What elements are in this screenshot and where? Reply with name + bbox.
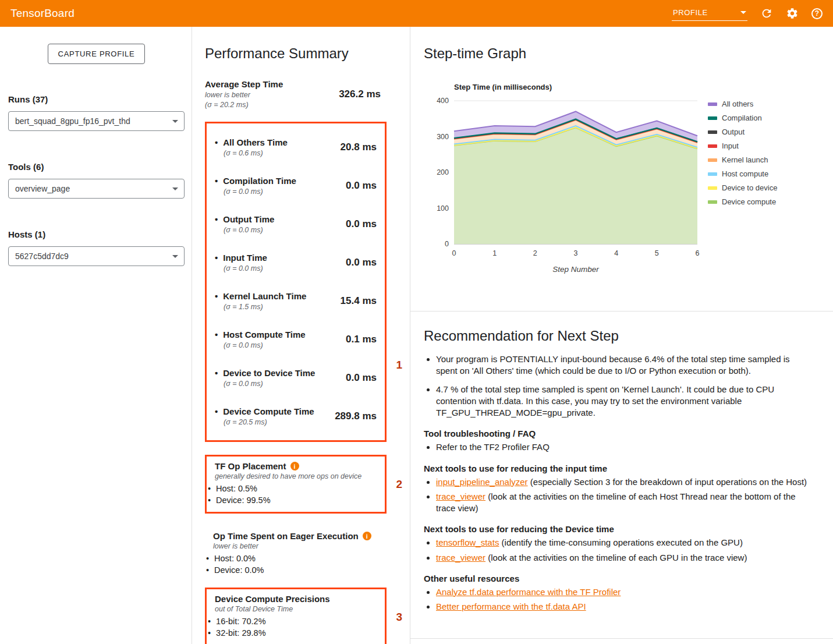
section-heading: Other useful resources <box>424 574 807 583</box>
section-list: input_pipeline_analyzer (especially Sect… <box>424 476 807 515</box>
annotation-box-1-wrap: All Others Time (σ = 0.6 ms) 20.8 ms Com… <box>205 122 387 442</box>
dashboard-select-value: PROFILE <box>673 8 708 17</box>
metric-text: Device Compute Time (σ = 20.5 ms) <box>215 406 314 426</box>
resource-link[interactable]: Better performance with the tf.data API <box>436 601 586 611</box>
metric-text: Kernel Launch Time (σ = 1.5 ms) <box>215 291 306 311</box>
metric-value: 326.2 ms <box>339 89 381 100</box>
list-item: input_pipeline_analyzer (especially Sect… <box>436 476 807 488</box>
main-content: CAPTURE PROFILE Runs (37) bert_squad_8gp… <box>0 27 833 644</box>
list-item-text: Refer to the TF2 Profiler FAQ <box>436 442 550 452</box>
tools-select-value: overview_page <box>15 184 70 193</box>
section-list: Refer to the TF2 Profiler FAQ <box>424 441 807 453</box>
annotation-number-1: 1 <box>396 359 402 371</box>
metric-label: Compilation Time <box>215 176 296 186</box>
metric-label: Device Compute Time <box>215 406 314 416</box>
eager-execution-note: lower is better <box>213 542 378 550</box>
runs-field: Runs (37) bert_squad_8gpu_fp16_pvt_thd <box>8 94 185 131</box>
list-item: Better performance with the tf.data API <box>436 601 807 613</box>
tools-label: Tools (6) <box>8 162 185 172</box>
step-time-chart: 01002003004000123456Step Number <box>428 94 708 280</box>
hosts-field: Hosts (1) 5627c5dd7dc9 <box>8 229 185 266</box>
tf-op-placement-note: generally desired to have more ops on de… <box>215 472 377 480</box>
legend-item: Device compute <box>708 197 777 206</box>
metric-sigma: (σ = 0.0 ms) <box>224 187 296 196</box>
legend-label: Output <box>722 128 745 136</box>
recommendation-bullets: Your program is POTENTIALLY input-bound … <box>424 353 807 419</box>
legend-item: Compilation <box>708 114 777 122</box>
resource-link[interactable]: Analyze tf.data performance with the TF … <box>436 587 621 597</box>
performance-summary-panel: Performance Summary Average Step Time lo… <box>192 27 410 644</box>
metric-text: Host Compute Time (σ = 0.0 ms) <box>215 330 306 349</box>
metric-row: All Others Time (σ = 0.6 ms) 20.8 ms <box>215 128 377 167</box>
precisions-stats: 16-bit: 70.2% 32-bit: 29.8% <box>208 617 377 638</box>
dashboard-select[interactable]: PROFILE <box>672 6 747 21</box>
recommendation-panel: Recommendation for Next Step Your progra… <box>410 312 833 639</box>
legend-swatch <box>708 172 717 176</box>
list-item-text: (look at the activities on the timeline … <box>436 491 796 513</box>
metric-label: Host Compute Time <box>215 330 306 339</box>
tool-link[interactable]: input_pipeline_analyzer <box>436 477 528 487</box>
help-icon[interactable] <box>811 8 823 19</box>
chevron-down-icon <box>740 11 746 14</box>
metric-sigma: (σ = 20.5 ms) <box>224 418 314 426</box>
tool-link[interactable]: trace_viewer <box>436 553 485 562</box>
toolbar: TensorBoard PROFILE <box>0 0 833 27</box>
legend-swatch <box>708 200 717 204</box>
metric-sigma: (σ = 0.6 ms) <box>224 149 288 157</box>
metric-value: 20.8 ms <box>341 141 377 153</box>
stat-item: Device: 0.0% <box>206 565 378 575</box>
annotation-number-2: 2 <box>396 478 402 491</box>
metric-row: Kernel Launch Time (σ = 1.5 ms) 15.4 ms <box>215 282 377 320</box>
recommendation-bullet: Your program is POTENTIALLY input-bound … <box>436 353 807 377</box>
stat-item: Host: 0.0% <box>206 554 378 563</box>
gear-icon[interactable] <box>786 7 799 20</box>
annotation-number-3: 3 <box>396 611 402 624</box>
svg-text:0: 0 <box>452 249 456 257</box>
tools-field: Tools (6) overview_page <box>8 162 185 199</box>
legend-item: Device to device <box>708 183 777 192</box>
tf-op-placement-label: TF Op Placement <box>215 461 377 471</box>
legend-item: Input <box>708 141 777 150</box>
info-icon[interactable] <box>363 532 371 540</box>
metric-sigma: (σ = 20.2 ms) <box>205 101 283 109</box>
app-title: TensorBoard <box>10 7 75 20</box>
tool-link[interactable]: tensorflow_stats <box>436 537 499 547</box>
legend-label: Kernel launch <box>722 155 768 164</box>
legend-label: All others <box>722 100 753 108</box>
chart-legend: All othersCompilationOutputInputKernel l… <box>708 100 777 206</box>
legend-swatch <box>708 158 717 162</box>
section-list: Analyze tf.data performance with the TF … <box>424 586 807 613</box>
capture-profile-button[interactable]: CAPTURE PROFILE <box>48 44 146 64</box>
eager-execution-label: Op Time Spent on Eager Execution <box>213 531 378 541</box>
tf-op-placement-stats: Host: 0.5% Device: 99.5% <box>208 484 377 505</box>
info-icon[interactable] <box>290 462 299 470</box>
metric-row: Host Compute Time (σ = 0.0 ms) 0.1 ms <box>215 320 377 359</box>
list-item: Refer to the TF2 Profiler FAQ <box>436 441 807 453</box>
tools-select[interactable]: overview_page <box>8 179 185 199</box>
list-item: trace_viewer (look at the activities on … <box>436 491 807 515</box>
metric-value: 0.0 ms <box>346 372 377 384</box>
legend-swatch <box>708 130 717 134</box>
legend-label: Device to device <box>722 183 777 192</box>
legend-label: Host compute <box>722 169 768 178</box>
metric-value: 0.0 ms <box>346 180 377 192</box>
svg-text:200: 200 <box>437 168 449 176</box>
list-item: Analyze tf.data performance with the TF … <box>436 586 807 598</box>
metric-value: 289.8 ms <box>335 411 377 422</box>
list-item-text: (especially Section 3 for the breakdown … <box>528 477 807 487</box>
stat-item: 16-bit: 70.2% <box>208 617 377 626</box>
chevron-down-icon <box>172 187 178 190</box>
metric-value: 0.1 ms <box>346 334 377 345</box>
svg-text:6: 6 <box>696 249 700 257</box>
legend-swatch <box>708 144 717 148</box>
svg-text:3: 3 <box>574 249 578 257</box>
svg-text:400: 400 <box>437 97 449 105</box>
svg-text:4: 4 <box>614 249 618 257</box>
tool-link[interactable]: trace_viewer <box>436 491 485 501</box>
metric-value: 15.4 ms <box>341 295 377 307</box>
runs-select[interactable]: bert_squad_8gpu_fp16_pvt_thd <box>8 111 185 131</box>
metric-text: Input Time (σ = 0.0 ms) <box>215 253 267 273</box>
reload-icon[interactable] <box>760 7 773 20</box>
hosts-select[interactable]: 5627c5dd7dc9 <box>8 246 185 266</box>
metric-row: Output Time (σ = 0.0 ms) 0.0 ms <box>215 205 377 243</box>
